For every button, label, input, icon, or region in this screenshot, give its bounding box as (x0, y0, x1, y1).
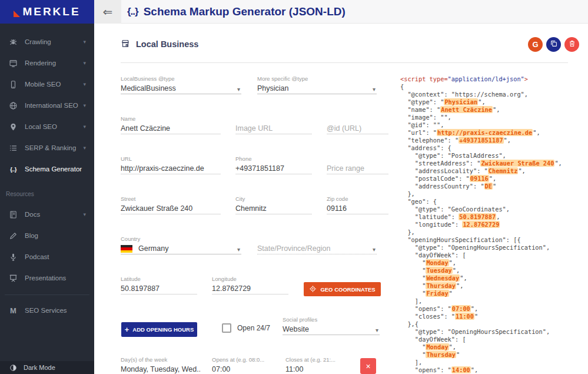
sidebar-item-seo-services[interactable]: MSEO Services (0, 300, 94, 321)
copy-icon (550, 39, 558, 49)
sidebar-item-podcast[interactable]: Podcast (0, 246, 94, 267)
top-bar: ⇐ {..} Schema Markup Generator (JSON-LD) (94, 0, 588, 24)
geo-coordinates-button[interactable]: GEO COORDINATES (304, 282, 381, 296)
field-label: URL (121, 155, 221, 163)
field-label: LocalBusiness @type (121, 75, 241, 83)
copy-code-button[interactable] (546, 37, 561, 52)
field-country[interactable]: Country Germany ▾ (121, 236, 241, 256)
field-label: City (235, 196, 312, 203)
code-line: "@type": "Physician", (400, 98, 588, 106)
field-value: Physician (257, 83, 377, 94)
storefront-icon (121, 39, 131, 49)
code-line: "@type": "OpeningHoursSpecification", (400, 328, 588, 336)
page-title-text: Schema Markup Generator (JSON-LD) (144, 5, 346, 18)
code-line: "Monday", (400, 259, 588, 267)
chevron-down-icon: ▾ (83, 60, 86, 66)
field-latitude[interactable]: Latitude 50.8197887 (121, 276, 197, 296)
field-closes-at[interactable]: Closes at (e.g. 21:... 11:00 (285, 356, 344, 374)
sidebar-item-label: Schema Generator (25, 166, 82, 173)
code-line: "@id": "", (400, 121, 588, 129)
list-icon (8, 143, 18, 153)
sidebar-services-nav: MSEO Services (0, 300, 94, 321)
sidebar-item-label: Local SEO (25, 123, 57, 130)
field-value: 50.8197887 (121, 283, 197, 294)
field-longitude[interactable]: Longitude 12.8762729 (212, 276, 288, 296)
field-localbusiness-type[interactable]: LocalBusiness @type MedicalBusiness ▾ (121, 75, 241, 95)
field-image-url[interactable]: Image URL (235, 115, 312, 135)
code-line: "dayOfWeek": [ (400, 336, 588, 343)
remove-opening-hours-button[interactable]: × (360, 358, 376, 374)
mobile-icon (8, 80, 18, 90)
field-opens-at[interactable]: Opens at (e.g. 08:0... 07:00 (212, 356, 271, 374)
google-test-button[interactable]: G (528, 37, 543, 52)
field-label: Longitude (212, 276, 288, 283)
book-icon (8, 210, 18, 220)
field-label: Country (121, 236, 241, 243)
sidebar-item-label: Blog (25, 232, 38, 239)
code-line: }, (400, 229, 588, 236)
contrast-icon (9, 363, 18, 372)
delete-button[interactable] (564, 37, 579, 52)
mic-icon (8, 252, 18, 262)
field-phone[interactable]: Phone +49371851187 (235, 155, 312, 176)
geo-target-icon (309, 285, 317, 294)
sidebar-item-label: Podcast (25, 253, 49, 260)
sidebar-item-presentations[interactable]: Presentations (0, 267, 94, 289)
code-line: "@type": "GeoCoordinates", (400, 206, 588, 213)
sidebar-item-rendering[interactable]: Rendering▾ (0, 52, 94, 74)
sidebar-item-label: Docs (25, 211, 40, 218)
field-url[interactable]: URL http://praxis-czaeczine.de (121, 155, 221, 176)
field-zip-code[interactable]: Zip code 09116 (327, 196, 388, 216)
dark-mode-toggle[interactable]: Dark Mode (0, 361, 94, 374)
code-line: "longitude": 12.8762729 (400, 221, 588, 229)
code-line: ], (400, 359, 588, 366)
chevron-down-icon: ▾ (237, 246, 240, 253)
dark-mode-label: Dark Mode (24, 364, 55, 371)
code-line: "Monday", (400, 343, 588, 351)
pin-icon (8, 122, 18, 132)
sidebar-item-international-seo[interactable]: International SEO▾ (0, 95, 94, 116)
field-social-profiles[interactable]: Social profiles Website ▾ (283, 316, 380, 336)
sidebar-item-label: Presentations (25, 274, 66, 282)
render-icon (8, 58, 18, 68)
chevron-down-icon: ▾ (83, 145, 86, 151)
sidebar-item-docs[interactable]: Docs▾ (0, 204, 94, 225)
merkle-logo[interactable]: MERKLE (0, 0, 94, 24)
code-line: "Thursday", (400, 282, 588, 290)
trash-icon (568, 39, 576, 49)
sidebar-divider (5, 294, 89, 295)
field-price-range[interactable]: Price range (327, 155, 388, 176)
field-days-of-week[interactable]: Day(s) of the week Monday, Tuesday, Wed.… (121, 356, 200, 374)
add-opening-hours-button[interactable]: + ADD OPENING HOURS (121, 322, 197, 337)
field-id-url[interactable]: @id (URL) (327, 115, 388, 135)
field-value: http://praxis-czaeczine.de (121, 163, 221, 174)
code-line: "opens": "07:00", (400, 305, 588, 313)
field-value: Anett Czäczine (121, 123, 221, 134)
sidebar-item-schema-generator[interactable]: {..}Schema Generator (0, 158, 94, 180)
add-hours-label: ADD OPENING HOURS (132, 326, 194, 333)
code-line: "Tuesday", (400, 267, 588, 274)
field-city[interactable]: City Chemnitz (235, 196, 312, 216)
app-window: MERKLE Crawling▾Rendering▾Mobile SEO▾Int… (0, 0, 588, 374)
code-line: "Wednesday", (400, 274, 588, 282)
sidebar-item-blog[interactable]: Blog (0, 225, 94, 246)
field-specific-type[interactable]: More specific @type Physician ▾ (257, 75, 377, 95)
sidebar-item-serp-ranking[interactable]: SERP & Ranking▾ (0, 137, 94, 158)
chevron-down-icon: ▾ (237, 86, 240, 92)
field-label: Latitude (121, 276, 197, 283)
code-line: "name": "Anett Czäczine", (400, 106, 588, 114)
field-name[interactable]: Name Anett Czäczine (121, 115, 221, 135)
merkle-logo-mark-icon (14, 11, 20, 17)
open-247-checkbox[interactable] (222, 323, 231, 333)
collapse-arrow-icon: ⇐ (103, 5, 113, 19)
section-title: Local Business (136, 39, 198, 49)
field-street[interactable]: Street Zwickauer Straße 240 (121, 196, 221, 216)
field-label: Zip code (327, 196, 388, 203)
sidebar-item-local-seo[interactable]: Local SEO▾ (0, 116, 94, 137)
code-line: <script type="application/ld+json"> (400, 75, 588, 83)
sidebar-item-mobile-seo[interactable]: Mobile SEO▾ (0, 74, 94, 95)
field-state-region[interactable]: State/Province/Region ▾ (257, 236, 377, 256)
sidebar-item-crawling[interactable]: Crawling▾ (0, 31, 94, 52)
sidebar-collapse-button[interactable]: ⇐ (94, 0, 121, 24)
field-label: Name (121, 115, 221, 123)
